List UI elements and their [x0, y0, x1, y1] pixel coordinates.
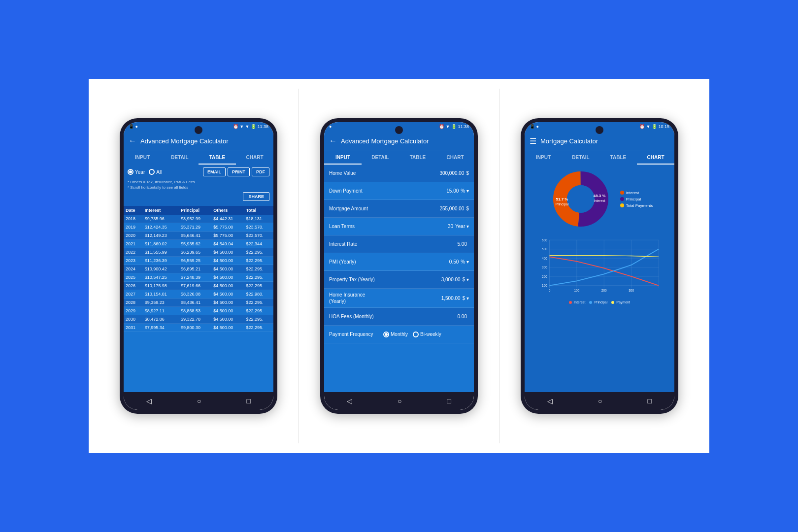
freq-radio-dot	[413, 332, 419, 337]
tab-chart-1[interactable]: CHART	[236, 151, 273, 165]
nav-recent-2[interactable]: □	[447, 396, 451, 406]
table-cell: $5,371.29	[179, 223, 211, 232]
svg-text:100: 100	[574, 289, 579, 292]
tab-chart-2[interactable]: CHART	[436, 151, 474, 165]
legend-dot-interest	[620, 191, 624, 195]
field-value-1[interactable]: 15.00	[383, 188, 459, 194]
table-cell: $4,500.00	[211, 265, 244, 273]
table-cell: $8,927.11	[143, 307, 179, 315]
nav-back-3[interactable]: ◁	[547, 396, 553, 406]
email-button[interactable]: EMAIL	[203, 167, 226, 176]
radio-row: Year All EMAIL PRINT PDF	[128, 167, 269, 176]
nav-home-2[interactable]: ○	[398, 396, 401, 406]
share-row: SHARE	[128, 192, 269, 201]
table-cell: $5,646.41	[179, 232, 211, 240]
nav-home-3[interactable]: ○	[598, 396, 602, 406]
table-cell: 2027	[124, 290, 143, 299]
share-button[interactable]: SHARE	[243, 192, 269, 201]
table-cell: $22,295.	[244, 307, 273, 315]
nav-recent-3[interactable]: □	[648, 396, 652, 406]
table-cell: $8,868.53	[179, 307, 211, 315]
svg-text:400: 400	[542, 257, 547, 260]
table-cell: $10,900.42	[143, 265, 179, 273]
radio-all[interactable]: All	[149, 169, 162, 175]
bottom-nav-2: ◁ ○ □	[324, 392, 474, 410]
tab-input-1[interactable]: INPUT	[124, 151, 161, 165]
table-cell: $22,295.	[244, 315, 273, 324]
table-cell: $22,295.	[244, 282, 273, 290]
legend-dot-principal	[620, 197, 624, 201]
table-cell: $6,239.65	[179, 248, 211, 257]
input-field-row: Property Tax (Yearly)3,000.00$ ▾	[324, 271, 474, 289]
table-cell: $18,131.	[244, 215, 273, 223]
radio-year[interactable]: Year	[128, 169, 145, 175]
table-header-row: Date Interest Principal Others Total	[124, 206, 273, 215]
tab-input-2[interactable]: INPUT	[324, 151, 362, 165]
nav-recent-1[interactable]: □	[247, 396, 251, 406]
field-value-2[interactable]: 255,000.00	[383, 206, 464, 211]
field-value-7[interactable]: 1,500.00	[383, 296, 461, 301]
field-value-3[interactable]: 30	[383, 224, 453, 229]
tab-detail-1[interactable]: DETAIL	[161, 151, 199, 165]
legend-dot-total	[620, 203, 624, 207]
field-value-8[interactable]: 0.00	[383, 314, 467, 319]
back-arrow-2[interactable]: ←	[329, 136, 337, 145]
field-value-4[interactable]: 5.00	[383, 241, 467, 247]
table-controls: Year All EMAIL PRINT PDF	[124, 165, 273, 206]
tab-table-2[interactable]: TABLE	[399, 151, 436, 165]
legend-interest: Interest	[620, 191, 653, 195]
table-cell: $11,236.39	[143, 257, 179, 265]
content-chart: 51.7 % Principal 48.3 % Interest Interes…	[525, 165, 674, 392]
phone-inner-input: ● ⏰ ▼ 🔋 11:38 ← Advanced Mortgage Calcul…	[324, 122, 474, 410]
table-cell: $22,980.	[244, 290, 273, 299]
table-cell: 2024	[124, 265, 143, 273]
tab-input-3[interactable]: INPUT	[525, 151, 562, 165]
app-bar-3: ☰ Mortgage Calculator	[525, 131, 674, 151]
field-value-0[interactable]: 300,000.00	[383, 170, 464, 176]
nav-back-2[interactable]: ◁	[347, 396, 352, 406]
table-cell: 2031	[124, 324, 143, 332]
line-chart-area: 600 500 400 300 200 100 0 100 200 300	[530, 233, 669, 299]
tab-detail-3[interactable]: DETAIL	[562, 151, 599, 165]
table-row: 2020$12,149.23$5,646.41$5,775.00$23,570.	[124, 232, 273, 240]
field-value-5[interactable]: 0.50	[383, 259, 459, 265]
field-unit-0: $	[466, 170, 469, 176]
legend-total: Total Payments	[620, 203, 653, 208]
table-row: 2031$7,995.34$9,800.30$4,500.00$22,295.	[124, 324, 273, 332]
phone-input: ● ⏰ ▼ 🔋 11:38 ← Advanced Mortgage Calcul…	[320, 118, 478, 414]
back-arrow-1[interactable]: ←	[129, 136, 136, 145]
nav-back-1[interactable]: ◁	[146, 396, 152, 406]
field-unit-5: % ▾	[461, 259, 469, 265]
tab-chart-3[interactable]: CHART	[637, 151, 674, 165]
freq-option-bi-weekly[interactable]: Bi-weekly	[413, 332, 441, 337]
phone-section-table: 📱 ● ⏰ ▼ ▼ 🔋 11:38 ← Advanced Mortgage Ca…	[99, 89, 299, 443]
table-cell: $4,500.00	[211, 307, 244, 315]
table-cell: 2030	[124, 315, 143, 324]
table-cell: $7,248.39	[179, 273, 211, 282]
table-cell: $10,547.25	[143, 273, 179, 282]
col-principal: Principal	[179, 206, 211, 215]
legend-label-interest: Interest	[626, 191, 639, 195]
print-button[interactable]: PRINT	[228, 167, 250, 176]
line-chart: 600 500 400 300 200 100 0 100 200 300	[532, 235, 667, 295]
radio-dot-all	[149, 169, 155, 175]
tab-table-1[interactable]: TABLE	[199, 151, 236, 165]
tab-bar-1: INPUT DETAIL TABLE CHART	[124, 151, 273, 165]
status-left-1: 📱 ●	[129, 124, 138, 129]
table-cell: $6,559.25	[179, 257, 211, 265]
nav-home-1[interactable]: ○	[197, 396, 201, 406]
table-cell: $5,935.62	[179, 240, 211, 248]
menu-icon-3[interactable]: ☰	[530, 136, 536, 146]
table-cell: $8,436.41	[179, 299, 211, 307]
pdf-button[interactable]: PDF	[252, 167, 269, 176]
btn-group: EMAIL PRINT PDF	[203, 167, 269, 176]
tab-detail-2[interactable]: DETAIL	[362, 151, 399, 165]
phone-table: 📱 ● ⏰ ▼ ▼ 🔋 11:38 ← Advanced Mortgage Ca…	[120, 118, 277, 414]
freq-option-monthly[interactable]: Monthly	[383, 332, 408, 337]
svg-text:600: 600	[542, 238, 547, 242]
frequency-options: MonthlyBi-weekly	[383, 332, 441, 337]
field-value-6[interactable]: 3,000.00	[383, 277, 461, 282]
tab-table-3[interactable]: TABLE	[599, 151, 637, 165]
bottom-label-principal: Principal	[594, 300, 607, 304]
bottom-dot-payment	[611, 301, 614, 304]
